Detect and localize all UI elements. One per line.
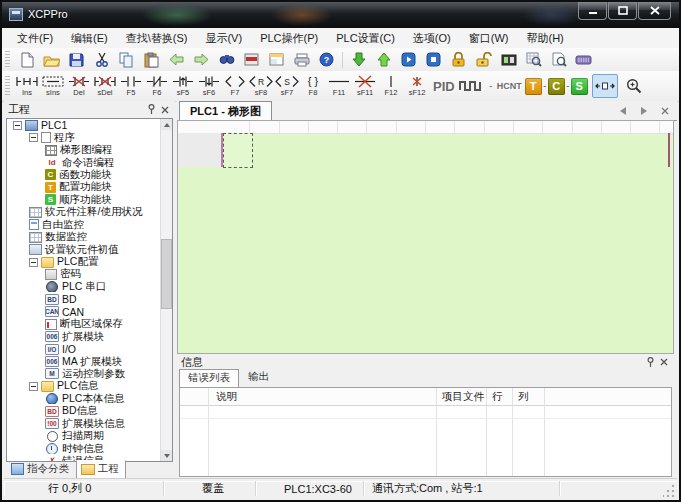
toolbar-grip[interactable] bbox=[5, 51, 10, 67]
title-bar[interactable]: XCPPro bbox=[2, 2, 679, 28]
tab-project[interactable]: 工程 bbox=[76, 460, 126, 479]
redo-forward-icon[interactable] bbox=[189, 50, 214, 70]
contact-rising-icon[interactable]: sF5 bbox=[170, 73, 196, 100]
error-list-table[interactable]: 说明 项目文件 行 列 bbox=[179, 387, 672, 477]
print-icon[interactable] bbox=[289, 50, 314, 70]
coil-reset-icon[interactable]: RsF8 bbox=[248, 73, 274, 100]
window-icon[interactable] bbox=[264, 50, 289, 70]
ladder-editor[interactable] bbox=[177, 120, 674, 354]
cut-icon[interactable] bbox=[89, 50, 114, 70]
pin-icon[interactable] bbox=[145, 103, 158, 116]
keyboard-icon[interactable] bbox=[571, 50, 596, 70]
menu-edit[interactable]: 编辑(E) bbox=[62, 29, 117, 48]
collapse-icon[interactable] bbox=[29, 258, 38, 267]
find-icon[interactable] bbox=[214, 50, 239, 70]
delete-block-icon[interactable]: sDel bbox=[92, 73, 118, 100]
minimize-button[interactable] bbox=[578, 2, 607, 20]
pan-mode-button[interactable] bbox=[592, 74, 618, 98]
menu-file[interactable]: 文件(F) bbox=[8, 29, 62, 48]
tree-item-power-save[interactable]: 断电区域保存 bbox=[7, 318, 172, 330]
undo-back-icon[interactable] bbox=[164, 50, 189, 70]
hcnt-button[interactable]: HCNT bbox=[494, 81, 525, 91]
tree-item-clock-info[interactable]: 时钟信息 bbox=[7, 442, 172, 454]
dropdown-dash[interactable]: - bbox=[542, 81, 548, 91]
scrollbar-thumb[interactable] bbox=[161, 239, 172, 309]
ladder-cell-cursor[interactable] bbox=[223, 133, 253, 168]
tree-item-ladder-edit[interactable]: 梯形图编程 bbox=[7, 144, 172, 156]
c-block-button[interactable]: C bbox=[548, 78, 565, 95]
menu-options[interactable]: 选项(O) bbox=[404, 29, 460, 48]
lock-icon[interactable] bbox=[446, 50, 471, 70]
dropdown-dash[interactable]: - bbox=[565, 81, 571, 91]
function-block-icon[interactable]: { }F8 bbox=[300, 73, 326, 100]
tree-item-motion-params[interactable]: M运动控制参数 bbox=[7, 368, 172, 380]
run-icon[interactable] bbox=[396, 50, 421, 70]
menu-window[interactable]: 窗口(W) bbox=[460, 29, 518, 48]
paste-icon[interactable] bbox=[139, 50, 164, 70]
delete-row-icon[interactable]: Del bbox=[66, 73, 92, 100]
tree-item-device-init[interactable]: 设置软元件初值 bbox=[7, 243, 172, 255]
vline-delete-icon[interactable]: sF12 bbox=[404, 73, 430, 100]
tree-item-function-block[interactable]: C函数功能块 bbox=[7, 169, 172, 181]
coil-set-icon[interactable]: SsF7 bbox=[274, 73, 300, 100]
hline-delete-icon[interactable]: sF11 bbox=[352, 73, 378, 100]
tree-item-io[interactable]: I/OI/O bbox=[7, 343, 172, 355]
menu-view[interactable]: 显示(V) bbox=[196, 29, 251, 48]
collapse-icon[interactable] bbox=[29, 382, 38, 391]
menu-find-replace[interactable]: 查找\替换(S) bbox=[117, 29, 197, 48]
compare-icon[interactable] bbox=[496, 50, 521, 70]
copy-icon[interactable] bbox=[114, 50, 139, 70]
tab-scroll-right-icon[interactable] bbox=[637, 104, 650, 117]
coil-icon[interactable]: F7 bbox=[222, 73, 248, 100]
collapse-icon[interactable] bbox=[29, 133, 38, 142]
t-block-button[interactable]: T bbox=[525, 78, 542, 95]
menu-plc-settings[interactable]: PLC设置(C) bbox=[327, 29, 404, 48]
tab-plc1-ladder[interactable]: PLC1 - 梯形图 bbox=[179, 101, 272, 120]
open-icon[interactable] bbox=[39, 50, 64, 70]
pin-icon[interactable] bbox=[644, 356, 657, 369]
download-icon[interactable] bbox=[346, 50, 371, 70]
tree-item-instruction-edit[interactable]: ld命令语编程 bbox=[7, 156, 172, 168]
tree-item-free-monitor[interactable]: 自由监控 bbox=[7, 219, 172, 231]
scroll-up-icon[interactable] bbox=[161, 119, 172, 130]
tree-item-password[interactable]: 密码 bbox=[7, 268, 172, 280]
tab-error-list[interactable]: 错误列表 bbox=[179, 369, 239, 388]
upload-icon[interactable] bbox=[371, 50, 396, 70]
new-icon[interactable] bbox=[14, 50, 39, 70]
maximize-button[interactable] bbox=[608, 2, 637, 20]
tree-item-plc-info[interactable]: PLC信息 bbox=[7, 380, 172, 392]
help-icon[interactable]: ? bbox=[314, 50, 339, 70]
resize-grip[interactable] bbox=[663, 484, 676, 497]
s-block-button[interactable]: S bbox=[571, 78, 588, 95]
tree-item-sequence-block[interactable]: S顺序功能块 bbox=[7, 194, 172, 206]
zoom-grid-icon[interactable] bbox=[521, 50, 546, 70]
tree-item-data-monitor[interactable]: 数据监控 bbox=[7, 231, 172, 243]
tree-item-can[interactable]: CANCAN bbox=[7, 306, 172, 318]
tab-output[interactable]: 输出 bbox=[239, 368, 278, 387]
close-panel-icon[interactable] bbox=[657, 356, 670, 369]
tree-item-program[interactable]: 程序 bbox=[7, 131, 172, 143]
menu-plc-operate[interactable]: PLC操作(P) bbox=[251, 29, 327, 48]
hline-icon[interactable]: F11 bbox=[326, 73, 352, 100]
tree-scrollbar[interactable] bbox=[160, 119, 172, 461]
tree-item-ma-module[interactable]: 006MA 扩展模块 bbox=[7, 355, 172, 367]
menu-help[interactable]: 帮助(H) bbox=[517, 29, 572, 48]
tree-item-expansion-module[interactable]: 006扩展模块 bbox=[7, 330, 172, 342]
contact-open-icon[interactable]: F5 bbox=[118, 73, 144, 100]
tree-item-scan-cycle[interactable]: 扫描周期 bbox=[7, 430, 172, 442]
tab-instruction-category[interactable]: 指令分类 bbox=[6, 460, 76, 479]
monitor-window-icon[interactable] bbox=[239, 50, 264, 70]
close-panel-icon[interactable] bbox=[158, 103, 171, 116]
pulse-wave-icon[interactable] bbox=[458, 76, 488, 96]
tab-close-icon[interactable] bbox=[658, 104, 671, 117]
vline-icon[interactable]: F12 bbox=[378, 73, 404, 100]
save-icon[interactable] bbox=[64, 50, 89, 70]
insert-block-icon[interactable]: sIns bbox=[40, 73, 66, 100]
zoom-doc-icon[interactable] bbox=[546, 50, 571, 70]
tree-item-config-block[interactable]: T配置功能块 bbox=[7, 181, 172, 193]
tree-item-module-info[interactable]: !00扩展模块信息 bbox=[7, 418, 172, 430]
stop-icon[interactable] bbox=[421, 50, 446, 70]
tree-item-plc-config[interactable]: PLC配置 bbox=[7, 256, 172, 268]
contact-closed-icon[interactable]: F6 bbox=[144, 73, 170, 100]
contact-falling-icon[interactable]: sF6 bbox=[196, 73, 222, 100]
